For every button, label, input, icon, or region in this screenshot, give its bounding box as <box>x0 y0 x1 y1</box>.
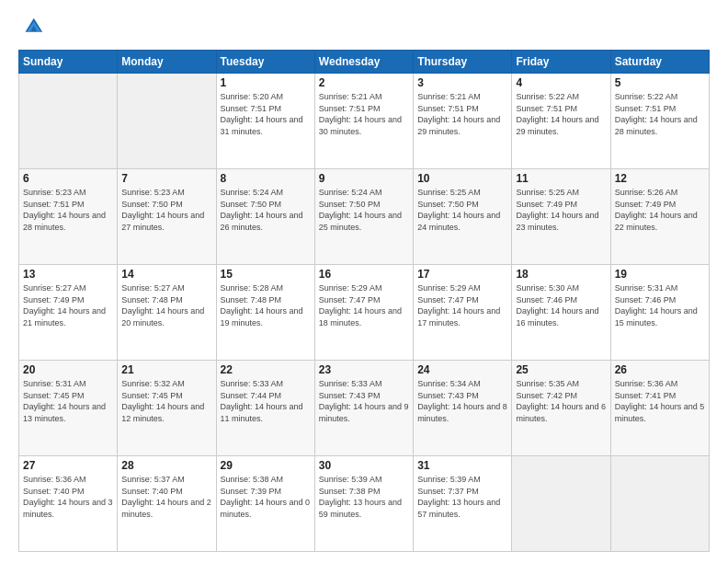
day-number: 6 <box>23 172 113 185</box>
day-number: 3 <box>417 76 507 89</box>
day-detail: Sunrise: 5:22 AMSunset: 7:51 PMDaylight:… <box>615 92 698 136</box>
week-row-1: 1 Sunrise: 5:20 AMSunset: 7:51 PMDayligh… <box>19 74 710 169</box>
day-number: 2 <box>319 76 409 89</box>
calendar-cell: 6 Sunrise: 5:23 AMSunset: 7:51 PMDayligh… <box>19 169 118 265</box>
day-detail: Sunrise: 5:27 AMSunset: 7:49 PMDaylight:… <box>23 283 106 327</box>
calendar-cell: 20 Sunrise: 5:31 AMSunset: 7:45 PMDaylig… <box>19 361 118 456</box>
day-detail: Sunrise: 5:25 AMSunset: 7:50 PMDaylight:… <box>417 188 500 232</box>
day-detail: Sunrise: 5:36 AMSunset: 7:41 PMDaylight:… <box>615 379 705 423</box>
day-detail: Sunrise: 5:28 AMSunset: 7:48 PMDaylight:… <box>221 283 303 327</box>
weekday-header-friday: Friday <box>512 51 610 74</box>
calendar-cell: 25 Sunrise: 5:35 AMSunset: 7:42 PMDaylig… <box>512 361 610 456</box>
day-number: 11 <box>516 172 606 185</box>
week-row-2: 6 Sunrise: 5:23 AMSunset: 7:51 PMDayligh… <box>19 169 710 265</box>
day-detail: Sunrise: 5:23 AMSunset: 7:51 PMDaylight:… <box>23 188 106 232</box>
calendar-table: SundayMondayTuesdayWednesdayThursdayFrid… <box>18 50 710 552</box>
week-row-4: 20 Sunrise: 5:31 AMSunset: 7:45 PMDaylig… <box>19 361 710 456</box>
day-number: 28 <box>121 459 211 472</box>
day-number: 10 <box>417 172 507 185</box>
calendar-cell: 12 Sunrise: 5:26 AMSunset: 7:49 PMDaylig… <box>610 169 709 265</box>
calendar-cell: 11 Sunrise: 5:25 AMSunset: 7:49 PMDaylig… <box>512 169 610 265</box>
logo <box>18 15 48 40</box>
calendar-cell: 18 Sunrise: 5:30 AMSunset: 7:46 PMDaylig… <box>512 265 610 361</box>
day-number: 25 <box>516 363 606 376</box>
day-number: 4 <box>516 76 606 89</box>
day-detail: Sunrise: 5:34 AMSunset: 7:43 PMDaylight:… <box>417 379 507 423</box>
calendar-cell: 2 Sunrise: 5:21 AMSunset: 7:51 PMDayligh… <box>314 74 413 169</box>
calendar-cell: 26 Sunrise: 5:36 AMSunset: 7:41 PMDaylig… <box>610 361 709 456</box>
calendar-cell: 28 Sunrise: 5:37 AMSunset: 7:40 PMDaylig… <box>118 456 216 552</box>
day-number: 24 <box>417 363 507 376</box>
calendar-cell <box>118 74 216 169</box>
day-detail: Sunrise: 5:31 AMSunset: 7:45 PMDaylight:… <box>23 379 106 423</box>
day-detail: Sunrise: 5:35 AMSunset: 7:42 PMDaylight:… <box>516 379 606 423</box>
day-number: 27 <box>23 459 113 472</box>
day-detail: Sunrise: 5:22 AMSunset: 7:51 PMDaylight:… <box>516 92 598 136</box>
day-number: 23 <box>319 363 409 376</box>
day-number: 29 <box>221 459 311 472</box>
calendar-cell: 24 Sunrise: 5:34 AMSunset: 7:43 PMDaylig… <box>414 361 512 456</box>
calendar-cell: 14 Sunrise: 5:27 AMSunset: 7:48 PMDaylig… <box>118 265 216 361</box>
calendar-cell: 1 Sunrise: 5:20 AMSunset: 7:51 PMDayligh… <box>216 74 314 169</box>
day-detail: Sunrise: 5:32 AMSunset: 7:45 PMDaylight:… <box>121 379 204 423</box>
day-number: 21 <box>121 363 211 376</box>
day-detail: Sunrise: 5:36 AMSunset: 7:40 PMDaylight:… <box>23 475 113 519</box>
calendar-header: SundayMondayTuesdayWednesdayThursdayFrid… <box>19 51 710 74</box>
day-number: 30 <box>319 459 409 472</box>
day-detail: Sunrise: 5:39 AMSunset: 7:38 PMDaylight:… <box>319 475 402 519</box>
day-detail: Sunrise: 5:24 AMSunset: 7:50 PMDaylight:… <box>319 188 402 232</box>
calendar-cell: 15 Sunrise: 5:28 AMSunset: 7:48 PMDaylig… <box>216 265 314 361</box>
day-number: 12 <box>615 172 705 185</box>
weekday-header-wednesday: Wednesday <box>314 51 413 74</box>
calendar-cell: 5 Sunrise: 5:22 AMSunset: 7:51 PMDayligh… <box>610 74 709 169</box>
calendar-cell: 27 Sunrise: 5:36 AMSunset: 7:40 PMDaylig… <box>19 456 118 552</box>
logo-icon <box>18 15 44 40</box>
day-detail: Sunrise: 5:21 AMSunset: 7:51 PMDaylight:… <box>319 92 402 136</box>
day-detail: Sunrise: 5:23 AMSunset: 7:50 PMDaylight:… <box>121 188 204 232</box>
calendar-cell: 13 Sunrise: 5:27 AMSunset: 7:49 PMDaylig… <box>19 265 118 361</box>
calendar-cell: 23 Sunrise: 5:33 AMSunset: 7:43 PMDaylig… <box>314 361 413 456</box>
day-number: 19 <box>615 268 705 281</box>
calendar-cell: 31 Sunrise: 5:39 AMSunset: 7:37 PMDaylig… <box>414 456 512 552</box>
calendar-cell: 30 Sunrise: 5:39 AMSunset: 7:38 PMDaylig… <box>314 456 413 552</box>
day-number: 22 <box>221 363 311 376</box>
header <box>18 15 710 40</box>
day-number: 15 <box>221 268 311 281</box>
calendar-body: 1 Sunrise: 5:20 AMSunset: 7:51 PMDayligh… <box>19 74 710 552</box>
day-detail: Sunrise: 5:27 AMSunset: 7:48 PMDaylight:… <box>121 283 204 327</box>
weekday-header-monday: Monday <box>118 51 216 74</box>
day-detail: Sunrise: 5:39 AMSunset: 7:37 PMDaylight:… <box>417 475 500 519</box>
day-detail: Sunrise: 5:24 AMSunset: 7:50 PMDaylight:… <box>221 188 303 232</box>
calendar-cell: 4 Sunrise: 5:22 AMSunset: 7:51 PMDayligh… <box>512 74 610 169</box>
day-detail: Sunrise: 5:25 AMSunset: 7:49 PMDaylight:… <box>516 188 598 232</box>
day-detail: Sunrise: 5:26 AMSunset: 7:49 PMDaylight:… <box>615 188 698 232</box>
day-number: 17 <box>417 268 507 281</box>
day-detail: Sunrise: 5:33 AMSunset: 7:43 PMDaylight:… <box>319 379 409 423</box>
calendar-cell <box>512 456 610 552</box>
day-number: 18 <box>516 268 606 281</box>
calendar-cell: 3 Sunrise: 5:21 AMSunset: 7:51 PMDayligh… <box>414 74 512 169</box>
day-number: 9 <box>319 172 409 185</box>
day-detail: Sunrise: 5:30 AMSunset: 7:46 PMDaylight:… <box>516 283 598 327</box>
week-row-5: 27 Sunrise: 5:36 AMSunset: 7:40 PMDaylig… <box>19 456 710 552</box>
day-number: 16 <box>319 268 409 281</box>
calendar-cell <box>610 456 709 552</box>
weekday-header-tuesday: Tuesday <box>216 51 314 74</box>
calendar-cell: 10 Sunrise: 5:25 AMSunset: 7:50 PMDaylig… <box>414 169 512 265</box>
day-number: 26 <box>615 363 705 376</box>
calendar-cell: 21 Sunrise: 5:32 AMSunset: 7:45 PMDaylig… <box>118 361 216 456</box>
calendar-cell <box>19 74 118 169</box>
weekday-header-thursday: Thursday <box>414 51 512 74</box>
day-detail: Sunrise: 5:33 AMSunset: 7:44 PMDaylight:… <box>221 379 303 423</box>
calendar-cell: 17 Sunrise: 5:29 AMSunset: 7:47 PMDaylig… <box>414 265 512 361</box>
day-number: 7 <box>121 172 211 185</box>
weekday-header-sunday: Sunday <box>19 51 118 74</box>
weekday-header-row: SundayMondayTuesdayWednesdayThursdayFrid… <box>19 51 710 74</box>
day-detail: Sunrise: 5:38 AMSunset: 7:39 PMDaylight:… <box>221 475 311 519</box>
week-row-3: 13 Sunrise: 5:27 AMSunset: 7:49 PMDaylig… <box>19 265 710 361</box>
calendar-cell: 19 Sunrise: 5:31 AMSunset: 7:46 PMDaylig… <box>610 265 709 361</box>
page: SundayMondayTuesdayWednesdayThursdayFrid… <box>0 0 728 563</box>
weekday-header-saturday: Saturday <box>610 51 709 74</box>
day-number: 5 <box>615 76 705 89</box>
day-number: 1 <box>221 76 311 89</box>
